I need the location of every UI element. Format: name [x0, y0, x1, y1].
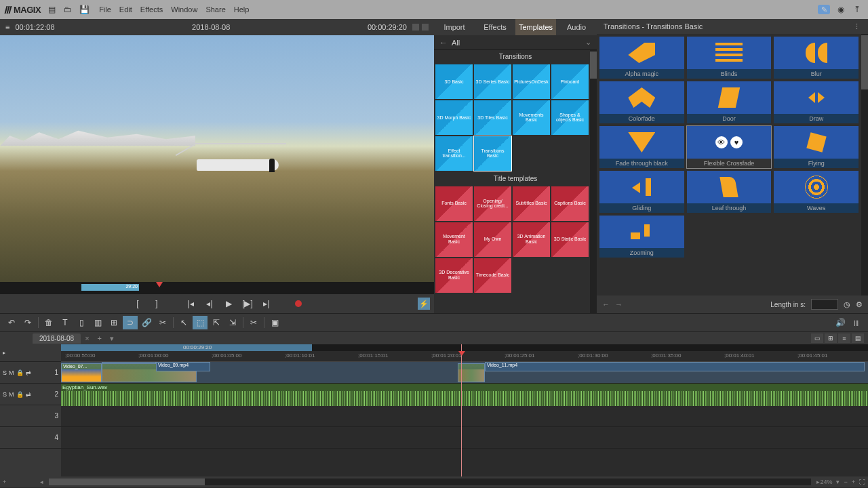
template-tile-title[interactable]: Opening/ Closing credi...: [474, 186, 511, 221]
template-tile-title[interactable]: 3D Decorative Basic: [435, 258, 473, 293]
settings-gear-icon[interactable]: ⚙: [856, 300, 863, 309]
playhead[interactable]: [461, 344, 462, 476]
view-mode-2[interactable]: ⊞: [825, 333, 837, 343]
favorite-heart-icon[interactable]: ♥: [730, 136, 743, 148]
gallery-item[interactable]: Colorfade: [599, 81, 684, 123]
gallery-item[interactable]: Leaf through: [687, 171, 772, 213]
overview-bar[interactable]: 00:00:29:20: [61, 344, 868, 351]
cut-button[interactable]: ▯: [74, 316, 89, 329]
gallery-item[interactable]: Fade through black: [599, 126, 684, 168]
gallery-item[interactable]: Zooming: [599, 216, 684, 258]
clock-icon[interactable]: ◷: [844, 300, 850, 309]
group-button[interactable]: ⊞: [106, 316, 121, 329]
undo-button[interactable]: ↶: [4, 316, 19, 329]
track-4[interactable]: [61, 427, 868, 449]
template-tile-title[interactable]: Captions Basic: [551, 186, 589, 221]
template-tile-title[interactable]: Movement Basic: [435, 222, 473, 257]
gallery-item[interactable]: Flying: [774, 126, 859, 168]
tab-add-icon[interactable]: +: [94, 333, 106, 344]
template-tile-title[interactable]: Subtitles Basic: [513, 186, 550, 221]
view-mode-1[interactable]: ▭: [811, 333, 823, 343]
menu-file[interactable]: File: [99, 5, 111, 14]
store-icon[interactable]: ✎: [818, 5, 830, 14]
split-button[interactable]: ▥: [90, 316, 105, 329]
view-mode-3[interactable]: ≡: [838, 333, 850, 343]
gallery-item[interactable]: Blinds: [687, 37, 772, 79]
record-button[interactable]: [295, 300, 302, 307]
zoom-out-icon[interactable]: −: [844, 479, 847, 485]
tab-import[interactable]: Import: [434, 19, 475, 35]
gallery-menu-icon[interactable]: ⋮: [853, 22, 861, 31]
gallery-item[interactable]: Gliding: [599, 171, 684, 213]
gallery-item[interactable]: Draw: [774, 81, 859, 123]
template-tile-title[interactable]: 3D Static Basic: [551, 222, 589, 257]
track-header-3[interactable]: 3: [0, 405, 61, 427]
track-header-2[interactable]: SM🔒⇄ 2: [0, 384, 61, 405]
monitor-tool[interactable]: ▣: [267, 316, 282, 329]
menu-share[interactable]: Share: [205, 5, 225, 14]
track-header-4[interactable]: 4: [0, 427, 61, 449]
gallery-item[interactable]: Waves: [774, 171, 859, 213]
template-tile-transition[interactable]: Effect transition...: [435, 136, 473, 171]
preview-opt2-icon[interactable]: [422, 24, 429, 30]
template-tile-transition[interactable]: 3D Tiles Basic: [474, 100, 511, 135]
mixer-icon[interactable]: ⫼: [849, 316, 864, 329]
menu-icon[interactable]: ≡: [5, 23, 9, 31]
track-header-1[interactable]: SM🔒⇄ 1: [0, 362, 61, 384]
redo-button[interactable]: ↷: [20, 316, 35, 329]
goto-end-button[interactable]: ▸|: [261, 299, 272, 308]
template-tile-title[interactable]: My Own: [474, 222, 511, 257]
template-tile-transition[interactable]: 3D Series Basic: [474, 64, 511, 99]
template-tile-transition[interactable]: Transitions Basic: [474, 136, 511, 171]
clip-video-11[interactable]: Video_11.mp4: [485, 362, 865, 371]
tool-3[interactable]: ⇱: [209, 316, 224, 329]
play-range-button[interactable]: [▶]: [242, 299, 253, 308]
zoom-fit-icon[interactable]: ⛶: [859, 479, 865, 485]
link-button[interactable]: 🔗: [139, 316, 154, 329]
text-button[interactable]: T: [58, 316, 73, 329]
zoom-in-icon[interactable]: +: [852, 479, 855, 485]
menu-effects[interactable]: Effects: [140, 5, 163, 14]
tab-dropdown-icon[interactable]: ▾: [106, 333, 118, 344]
template-tile-transition[interactable]: Movements Basic: [513, 100, 550, 135]
play-button[interactable]: ▶: [223, 299, 234, 308]
performance-icon[interactable]: ⚡: [418, 298, 430, 310]
nav-forward-icon[interactable]: →: [615, 300, 623, 308]
save-icon[interactable]: 💾: [79, 4, 90, 15]
gallery-item[interactable]: Door: [687, 81, 772, 123]
template-tile-transition[interactable]: 3D Basic: [435, 64, 473, 99]
record-disc-icon[interactable]: ◉: [835, 4, 846, 15]
templates-scrollbar[interactable]: [590, 50, 597, 313]
clip-audio[interactable]: Egyptian_Sun.wav: [61, 384, 868, 405]
gallery-scrollbar[interactable]: [861, 34, 868, 296]
preview-viewport[interactable]: [0, 35, 434, 282]
goto-start-button[interactable]: |◂: [185, 299, 196, 308]
track-2[interactable]: Egyptian_Sun.wav: [61, 384, 868, 405]
menu-edit[interactable]: Edit: [119, 5, 132, 14]
mark-in-button[interactable]: [: [132, 299, 143, 308]
menu-window[interactable]: Window: [171, 5, 197, 14]
template-tile-transition[interactable]: PicturesOnDesk: [513, 64, 550, 99]
template-tile-title[interactable]: 3D Animation Basic: [513, 222, 550, 257]
filter-dropdown[interactable]: ← All ⌄: [434, 35, 597, 50]
tab-effects[interactable]: Effects: [475, 19, 515, 35]
nav-back-icon[interactable]: ←: [602, 300, 610, 308]
mark-out-button[interactable]: ]: [151, 299, 162, 308]
scroll-left-icon[interactable]: ◂: [40, 479, 43, 485]
back-icon[interactable]: ←: [439, 38, 448, 47]
preview-eye-icon[interactable]: 👁: [715, 136, 728, 148]
pointer-tool[interactable]: ↖: [176, 316, 191, 329]
clip-video-07[interactable]: Video_07...: [61, 363, 102, 382]
open-folder-icon[interactable]: 🗀: [62, 4, 73, 15]
ripple-button[interactable]: ⊃: [123, 316, 138, 329]
menu-help[interactable]: Help: [234, 5, 250, 14]
length-input[interactable]: [811, 299, 838, 310]
gallery-item[interactable]: 👁♥Flexible Crossfade: [687, 126, 772, 168]
template-tile-title[interactable]: Fonts Basic: [435, 186, 473, 221]
clip-video-09[interactable]: Video_09.mp4: [156, 362, 210, 371]
delete-button[interactable]: 🗑: [41, 316, 56, 329]
template-tile-transition[interactable]: Pinboard: [551, 64, 589, 99]
timeline-tab[interactable]: 2018-08-08: [33, 333, 81, 344]
add-track-icon[interactable]: +: [3, 479, 6, 485]
volume-icon[interactable]: 🔊: [833, 316, 848, 329]
